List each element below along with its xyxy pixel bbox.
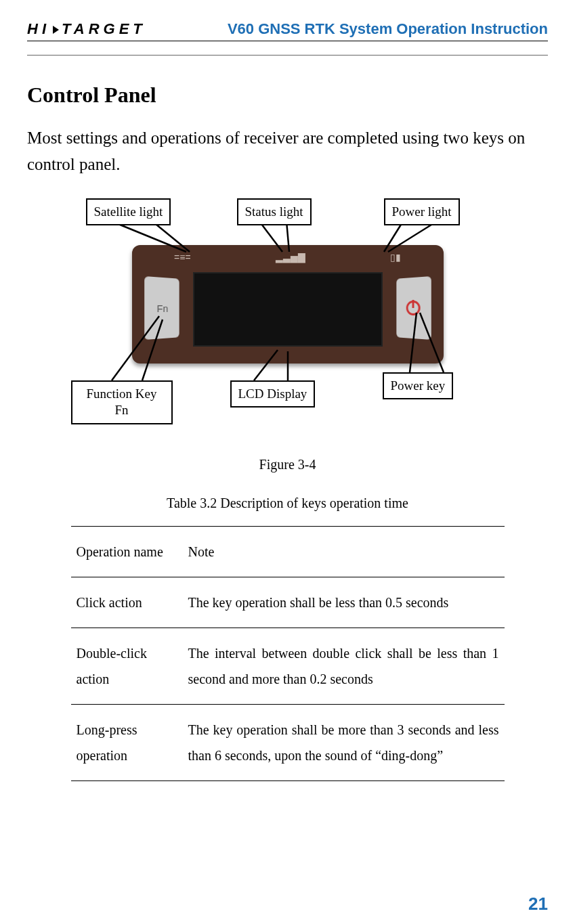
battery-icon: ▯▮ [390,252,401,263]
page-number: 21 [528,894,548,915]
col-header-note: Note [183,526,505,577]
figure-caption: Figure 3-4 [27,457,548,472]
logo-triangle-icon [53,26,59,34]
power-key [396,276,431,340]
device-body: =≡= ▂▃▅▇ ▯▮ Fn [132,245,444,364]
table-row: Long-press operation The key operation s… [71,704,505,780]
cell-op: Double-click action [71,628,183,704]
signal-icon: ▂▃▅▇ [276,252,305,263]
callout-lcd-display: LCD Display [230,380,316,408]
lcd-screen [193,272,383,347]
fn-key: Fn [144,276,179,340]
cell-note: The key operation shall be more than 3 s… [183,704,505,780]
table-row: Double-click action The interval between… [71,628,505,704]
satellite-icon: =≡= [174,252,191,263]
cell-op: Click action [71,577,183,628]
callout-function-key: Function Key Fn [71,380,173,424]
callout-power-key: Power key [383,372,454,400]
table-caption: Table 3.2 Description of keys operation … [27,496,548,511]
section-intro: Most settings and operations of receiver… [27,125,548,178]
col-header-operation: Operation name [71,526,183,577]
section-heading: Control Panel [27,83,548,108]
logo-text-pre: HI [27,20,50,37]
document-title: V60 GNSS RTK System Operation Instructio… [228,20,548,38]
cell-op: Long-press operation [71,704,183,780]
cell-note: The interval between double click shall … [183,628,505,704]
table-header-row: Operation name Note [71,526,505,577]
control-panel-diagram: =≡= ▂▃▅▇ ▯▮ Fn Satellite light Status li… [71,194,505,438]
header-rule [27,55,548,56]
page-header: HITARGET V60 GNSS RTK System Operation I… [27,20,548,41]
callout-satellite-light: Satellite light [86,198,171,226]
callout-fn-line1: Function Key [87,387,157,401]
cell-note: The key operation shall be less than 0.5… [183,577,505,628]
logo-text-post: TARGET [62,20,146,37]
logo: HITARGET [27,20,146,38]
callout-status-light: Status light [237,198,312,226]
power-icon [406,300,420,315]
callout-power-light: Power light [384,198,460,226]
operations-table: Operation name Note Click action The key… [71,526,505,781]
table-row: Click action The key operation shall be … [71,577,505,628]
callout-fn-line2: Fn [114,403,128,417]
indicator-row: =≡= ▂▃▅▇ ▯▮ [132,248,444,267]
